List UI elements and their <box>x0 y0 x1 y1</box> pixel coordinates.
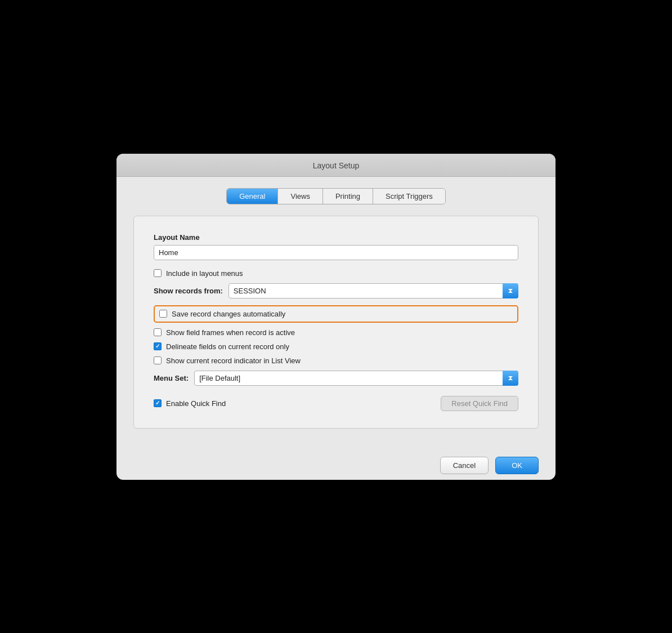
tabs-container: General Views Printing Script Triggers <box>133 188 539 204</box>
tab-printing[interactable]: Printing <box>323 189 373 204</box>
layout-name-label: Layout Name <box>154 233 518 242</box>
layout-name-input[interactable] <box>154 245 518 260</box>
layout-name-group: Layout Name <box>154 233 518 260</box>
menu-set-select[interactable]: [File Default] <box>194 371 518 386</box>
tab-views[interactable]: Views <box>278 189 322 204</box>
show-records-select-wrapper: SESSION <box>229 283 518 298</box>
inner-panel: Layout Name Include in layout menus Show… <box>133 216 539 429</box>
ok-button[interactable]: OK <box>495 457 539 474</box>
save-record-checkbox[interactable] <box>159 310 167 318</box>
menu-set-row: Menu Set: [File Default] <box>154 371 518 386</box>
delineate-fields-row: Delineate fields on current record only <box>154 342 518 351</box>
show-records-select[interactable]: SESSION <box>229 283 518 298</box>
show-current-record-label: Show current record indicator in List Vi… <box>166 356 301 365</box>
menu-set-select-wrapper: [File Default] <box>194 371 518 386</box>
quick-find-row: Enable Quick Find Reset Quick Find <box>154 396 518 411</box>
dialog-body: General Views Printing Script Triggers L… <box>117 177 555 445</box>
reset-quick-find-button[interactable]: Reset Quick Find <box>441 396 518 411</box>
show-field-frames-checkbox[interactable] <box>154 328 162 336</box>
show-field-frames-row: Show field frames when record is active <box>154 328 518 337</box>
include-in-menus-label: Include in layout menus <box>166 269 243 278</box>
enable-quick-find-label: Enable Quick Find <box>166 399 226 408</box>
show-current-record-row: Show current record indicator in List Vi… <box>154 356 518 365</box>
dialog-footer: Cancel OK <box>117 445 555 480</box>
show-records-label: Show records from: <box>154 287 223 295</box>
dialog-window: Layout Setup General Views Printing Scri… <box>117 154 555 480</box>
cancel-button[interactable]: Cancel <box>440 457 489 474</box>
show-records-row: Show records from: SESSION <box>154 283 518 298</box>
show-current-record-checkbox[interactable] <box>154 356 162 364</box>
title-bar: Layout Setup <box>117 154 555 177</box>
quick-find-left: Enable Quick Find <box>154 399 226 408</box>
enable-quick-find-checkbox[interactable] <box>154 399 162 407</box>
tab-general[interactable]: General <box>227 189 278 204</box>
tab-group: General Views Printing Script Triggers <box>226 188 446 204</box>
dialog-title: Layout Setup <box>313 161 360 170</box>
delineate-fields-checkbox[interactable] <box>154 342 162 350</box>
menu-set-label: Menu Set: <box>154 374 189 382</box>
save-record-label: Save record changes automatically <box>172 310 285 318</box>
delineate-fields-label: Delineate fields on current record only <box>166 342 289 351</box>
tab-script-triggers[interactable]: Script Triggers <box>373 189 445 204</box>
include-in-menus-row: Include in layout menus <box>154 269 518 278</box>
show-field-frames-label: Show field frames when record is active <box>166 328 295 337</box>
include-in-menus-checkbox[interactable] <box>154 269 162 277</box>
save-record-row: Save record changes automatically <box>154 305 518 323</box>
